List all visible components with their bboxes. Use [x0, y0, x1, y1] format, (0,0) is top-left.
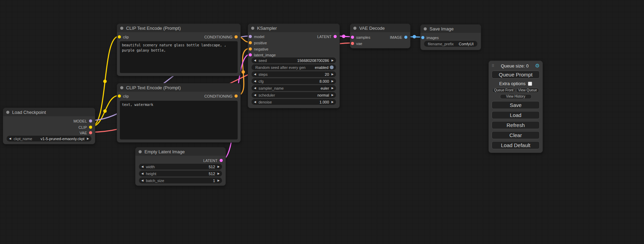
widget-random-seed[interactable]: Random seed after every gen enabled — [252, 64, 336, 70]
model-port-dot[interactable] — [89, 119, 92, 123]
decrement-arrow-icon[interactable]: ◀ — [254, 59, 256, 62]
input-port-latent-image[interactable]: latent_image — [248, 52, 339, 58]
increment-arrow-icon[interactable]: ▶ — [218, 179, 220, 182]
comfyui-canvas[interactable]: { "colors": { "model": "#B39DDB", "clip"… — [0, 0, 644, 244]
decrement-arrow-icon[interactable]: ◀ — [141, 172, 143, 175]
input-port-images[interactable]: images — [421, 35, 481, 40]
node-title-bar[interactable]: Load Checkpoint — [3, 108, 95, 116]
image-port-dot[interactable] — [404, 36, 407, 39]
queue-prompt-button[interactable]: Queue Prompt — [492, 71, 540, 79]
output-port-vae[interactable]: VAE — [3, 130, 95, 136]
collapse-dot-icon[interactable] — [424, 27, 427, 30]
output-port-model[interactable]: MODEL — [3, 118, 95, 124]
decrement-arrow-icon[interactable]: ◀ — [254, 80, 256, 83]
vae-port-dot[interactable] — [89, 131, 92, 134]
clear-button[interactable]: Clear — [492, 131, 540, 139]
output-port-clip[interactable]: CLIP — [3, 124, 95, 130]
save-button[interactable]: Save — [492, 101, 540, 109]
increment-arrow-icon[interactable]: ▶ — [332, 94, 334, 97]
increment-arrow-icon[interactable]: ▶ — [332, 73, 334, 76]
widget-name: Random seed after every gen — [255, 65, 306, 70]
collapse-dot-icon[interactable] — [120, 86, 123, 89]
increment-arrow-icon[interactable]: ▶ — [332, 101, 334, 103]
node-clip-text-encode-negative[interactable]: CLIP Text Encode (Prompt) clip CONDITION… — [117, 83, 241, 143]
output-port-conditioning[interactable]: CONDITIONING — [117, 34, 240, 40]
widget-sampler-name[interactable]: ◀ sampler_name euler ▶ — [252, 85, 336, 91]
collapse-dot-icon[interactable] — [120, 27, 123, 30]
load-button[interactable]: Load — [492, 111, 540, 119]
input-port-vae[interactable]: vae — [350, 40, 410, 46]
queue-front-button[interactable]: Queue Front — [492, 88, 515, 93]
node-title-bar[interactable]: Save Image — [421, 25, 481, 33]
node-save-image[interactable]: Save Image images filename_prefix ComfyU… — [420, 24, 481, 50]
latent-port-dot[interactable] — [249, 53, 252, 56]
link-midpoint-dot — [342, 35, 345, 38]
latent-port-dot[interactable] — [334, 35, 337, 38]
output-port-latent[interactable]: LATENT — [248, 34, 339, 39]
increment-arrow-icon[interactable]: ▶ — [332, 87, 334, 90]
load-default-button[interactable]: Load Default — [492, 141, 540, 149]
node-load-checkpoint[interactable]: Load Checkpoint MODEL CLIP VAE ◀ ckpt_na… — [3, 108, 95, 144]
widget-cfg[interactable]: ◀ cfg 8.000 ▶ — [252, 78, 336, 84]
conditioning-port-dot[interactable] — [235, 35, 238, 38]
view-history-button[interactable]: View History — [500, 94, 532, 99]
widget-batch-size[interactable]: ◀ batch_size 1 ▶ — [139, 178, 222, 183]
increment-arrow-icon[interactable]: ▶ — [218, 172, 220, 175]
widget-scheduler[interactable]: ◀ scheduler normal ▶ — [252, 92, 336, 98]
node-clip-text-encode-positive[interactable]: CLIP Text Encode (Prompt) clip CONDITION… — [117, 24, 241, 76]
drag-handle-icon[interactable]: ⠿ — [492, 64, 494, 68]
increment-arrow-icon[interactable]: ▶ — [332, 59, 334, 62]
settings-gear-icon[interactable]: ⚙ — [535, 63, 540, 69]
input-port-positive[interactable]: positive — [248, 40, 339, 46]
output-port-conditioning[interactable]: CONDITIONING — [117, 93, 240, 99]
output-port-image[interactable]: IMAGE — [350, 34, 410, 40]
node-title-bar[interactable]: CLIP Text Encode (Prompt) — [117, 24, 240, 32]
port-label: LATENT — [317, 35, 332, 39]
decrement-arrow-icon[interactable]: ◀ — [254, 94, 256, 97]
conditioning-port-dot[interactable] — [249, 47, 252, 51]
decrement-arrow-icon[interactable]: ◀ — [9, 137, 11, 140]
output-port-latent[interactable]: LATENT — [135, 157, 226, 163]
node-title-bar[interactable]: CLIP Text Encode (Prompt) — [117, 83, 240, 92]
node-title-bar[interactable]: KSampler — [248, 24, 339, 32]
collapse-dot-icon[interactable] — [251, 27, 254, 30]
node-ksampler[interactable]: KSampler model LATENT positive negative … — [248, 24, 340, 108]
extra-options-checkbox[interactable] — [528, 82, 532, 86]
increment-arrow-icon[interactable]: ▶ — [332, 80, 334, 83]
node-vae-decode[interactable]: VAE Decode samples IMAGE vae — [350, 24, 411, 48]
clip-port-dot[interactable] — [89, 126, 92, 129]
collapse-dot-icon[interactable] — [6, 111, 9, 114]
decrement-arrow-icon[interactable]: ◀ — [254, 101, 256, 103]
latent-port-dot[interactable] — [220, 159, 223, 162]
prompt-textarea[interactable]: text, watermark — [120, 101, 238, 139]
widget-height[interactable]: ◀ height 512 ▶ — [139, 171, 222, 177]
increment-arrow-icon[interactable]: ▶ — [87, 137, 89, 140]
node-title-bar[interactable]: VAE Decode — [350, 24, 410, 32]
input-port-negative[interactable]: negative — [248, 46, 339, 52]
port-label: IMAGE — [390, 35, 402, 39]
widget-steps[interactable]: ◀ steps 20 ▶ — [252, 71, 336, 77]
view-queue-button[interactable]: View Queue — [516, 88, 539, 93]
widget-ckpt-name[interactable]: ◀ ckpt_name v1-5-pruned-emaonly.ckpt ▶ — [7, 136, 91, 142]
decrement-arrow-icon[interactable]: ◀ — [254, 87, 256, 90]
widget-filename-prefix[interactable]: filename_prefix ComfyUI — [424, 41, 477, 47]
widget-width[interactable]: ◀ width 512 ▶ — [139, 164, 222, 170]
collapse-dot-icon[interactable] — [353, 27, 356, 30]
image-port-dot[interactable] — [421, 36, 424, 39]
node-title-bar[interactable]: Empty Latent Image — [135, 147, 226, 156]
vae-port-dot[interactable] — [351, 42, 354, 45]
decrement-arrow-icon[interactable]: ◀ — [141, 179, 143, 182]
decrement-arrow-icon[interactable]: ◀ — [141, 165, 143, 168]
widget-value: enabled — [315, 65, 328, 70]
collapse-dot-icon[interactable] — [139, 150, 142, 153]
widget-seed[interactable]: ◀ seed 156680208700286 ▶ — [252, 57, 336, 63]
prompt-textarea[interactable]: beautiful scenery nature glass bottle la… — [120, 41, 238, 73]
decrement-arrow-icon[interactable]: ◀ — [254, 73, 256, 76]
widget-denoise[interactable]: ◀ denoise 1.000 ▶ — [252, 99, 336, 105]
conditioning-port-dot[interactable] — [249, 41, 252, 44]
node-empty-latent-image[interactable]: Empty Latent Image LATENT ◀ width 512 ▶ … — [135, 147, 226, 186]
conditioning-port-dot[interactable] — [235, 94, 238, 98]
increment-arrow-icon[interactable]: ▶ — [218, 165, 220, 168]
refresh-button[interactable]: Refresh — [492, 121, 540, 129]
toggle-knob-icon[interactable] — [330, 65, 334, 69]
